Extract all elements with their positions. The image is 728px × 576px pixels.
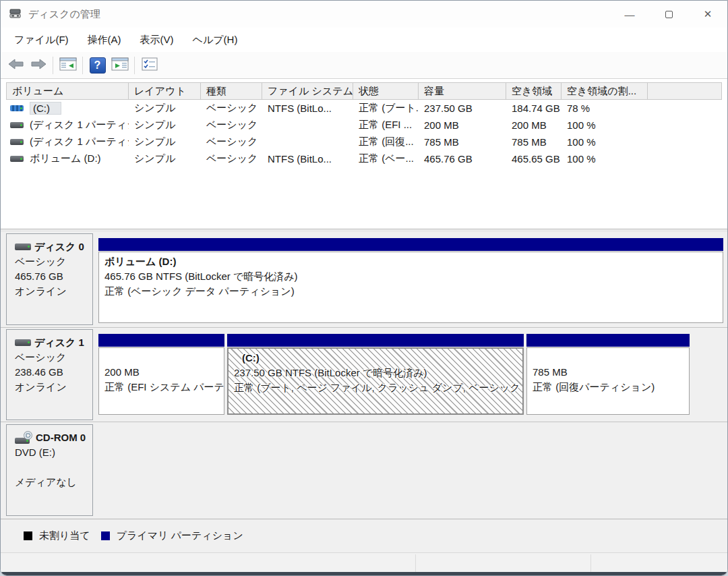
cell-freepct: 100 % — [562, 119, 648, 131]
window-title: ディスクの管理 — [28, 8, 100, 21]
partition-size-line: 200 MB — [104, 365, 218, 380]
disk-name: ディスク 1 — [34, 335, 84, 350]
volume-list: ボリューム レイアウト 種類 ファイル システム 状態 容量 空き領域 空き領域… — [1, 79, 727, 229]
cell-filesystem: NTFS (BitLo... — [262, 153, 353, 165]
cell-type: ベーシック — [201, 152, 262, 165]
legend-bar: 未割り当て プライマリ パーティション — [1, 519, 727, 552]
volume-drive-icon — [10, 122, 24, 128]
help-button[interactable]: ? — [86, 55, 109, 76]
disk-management-window: ディスクの管理 — ✕ ファイル(F) 操作(A) 表示(V) ヘルプ(H) — [0, 0, 728, 576]
disk1-efi-partition[interactable]: 200 MB 正常 (EFI システム パーテ — [98, 347, 224, 415]
status-bar-separator — [415, 554, 416, 572]
cdrom0-panel[interactable]: CD-ROM 0 DVD (E:) メディアなし — [6, 424, 93, 516]
disk1-recovery-partition[interactable]: 785 MB 正常 (回復パーティション) — [526, 347, 690, 415]
detail-pane-icon — [111, 57, 129, 73]
disk-row-separator — [1, 422, 727, 422]
disk0-volume-d[interactable]: ボリューム (D:) 465.76 GB NTFS (BitLocker で暗号… — [98, 252, 723, 323]
partition-title — [104, 350, 218, 365]
column-header-volume[interactable]: ボリューム — [6, 82, 129, 100]
cell-layout: シンプル — [129, 152, 201, 165]
menu-bar: ファイル(F) 操作(A) 表示(V) ヘルプ(H) — [1, 28, 727, 52]
cell-capacity: 465.76 GB — [419, 153, 506, 165]
volume-size-line: 465.76 GB NTFS (BitLocker で暗号化済み) — [104, 269, 717, 284]
toolbar-separator — [82, 57, 83, 74]
close-button[interactable]: ✕ — [688, 1, 727, 28]
disk1-partition3-strip — [526, 334, 690, 347]
menu-action[interactable]: 操作(A) — [88, 34, 121, 47]
volume-drive-icon — [10, 139, 24, 145]
properties-icon — [142, 57, 158, 73]
column-header-filler — [648, 82, 722, 100]
cell-status: 正常 (ベー... — [353, 152, 419, 165]
menu-help[interactable]: ヘルプ(H) — [193, 34, 238, 47]
disk-icon — [15, 243, 31, 250]
disk0-panel[interactable]: ディスク 0 ベーシック 465.76 GB オンライン — [6, 233, 93, 325]
menu-view[interactable]: 表示(V) — [140, 34, 174, 47]
legend-unallocated-label: 未割り当て — [39, 529, 90, 542]
volume-row-efi[interactable]: (ディスク 1 パーティシ... シンプル ベーシック 正常 (EFI ... … — [6, 117, 722, 134]
detail-pane-button[interactable] — [109, 55, 131, 76]
volume-row-c[interactable]: (C:) シンプル ベーシック NTFS (BitLo... 正常 (ブート..… — [6, 100, 722, 117]
column-header-freespace[interactable]: 空き領域 — [506, 82, 562, 100]
cell-status: 正常 (ブート... — [353, 102, 419, 115]
legend-primary-label: プライマリ パーティション — [117, 529, 243, 542]
cell-layout: シンプル — [129, 119, 201, 132]
disk-size: 238.46 GB — [15, 365, 92, 380]
column-header-capacity[interactable]: 容量 — [419, 82, 506, 100]
cell-capacity: 785 MB — [419, 136, 506, 148]
disk0-partition-strip — [98, 238, 723, 251]
cdrom-drive-letter: DVD (E:) — [15, 445, 92, 460]
menu-file[interactable]: ファイル(F) — [14, 34, 69, 47]
maximize-button[interactable] — [649, 1, 688, 28]
cell-freespace: 184.74 GB — [506, 103, 562, 114]
column-header-freepct[interactable]: 空き領域の割... — [562, 82, 648, 100]
maximize-icon — [665, 11, 673, 18]
column-header-type[interactable]: 種類 — [201, 82, 262, 100]
volume-name: (ディスク 1 パーティシ... — [30, 136, 129, 148]
minimize-button[interactable]: — — [610, 1, 649, 28]
status-bar-separator — [590, 554, 591, 572]
cell-status: 正常 (EFI ... — [353, 119, 419, 132]
back-arrow-icon — [8, 59, 24, 71]
toolbar: ? — [1, 52, 727, 79]
disk1-partition1-strip — [98, 334, 224, 347]
disk-name: ディスク 0 — [34, 239, 84, 254]
graphical-view: ディスク 0 ベーシック 465.76 GB オンライン ボリューム (D:) … — [1, 232, 727, 519]
partition-status-line: 正常 (ブート, ページ ファイル, クラッシュ ダンプ, ベーシック データ … — [234, 380, 517, 395]
toolbar-separator — [53, 57, 53, 74]
cell-capacity: 237.50 GB — [419, 103, 506, 114]
cell-freepct: 100 % — [562, 153, 648, 165]
volume-list-header: ボリューム レイアウト 種類 ファイル システム 状態 容量 空き領域 空き領域… — [6, 82, 722, 100]
disk-row-separator — [1, 327, 727, 328]
forward-button[interactable] — [27, 55, 49, 76]
cell-type: ベーシック — [201, 136, 262, 148]
cell-freespace: 785 MB — [506, 136, 562, 148]
volume-status-line: 正常 (ベーシック データ パーティション) — [104, 284, 717, 299]
console-tree-icon — [59, 57, 77, 73]
cell-freepct: 78 % — [562, 103, 648, 114]
console-tree-button[interactable] — [57, 55, 79, 76]
disk1-c-partition-selected[interactable]: (C:) 237.50 GB NTFS (BitLocker で暗号化済み) 正… — [227, 347, 524, 415]
window-bottom-edge — [1, 572, 727, 575]
properties-button[interactable] — [138, 55, 160, 76]
volume-row-recovery[interactable]: (ディスク 1 パーティシ... シンプル ベーシック 正常 (回復... 78… — [6, 134, 722, 150]
volume-drive-icon — [10, 156, 24, 162]
legend-primary-swatch — [101, 531, 110, 540]
disk1-panel[interactable]: ディスク 1 ベーシック 238.46 GB オンライン — [6, 329, 93, 420]
volume-row-d[interactable]: ボリューム (D:) シンプル ベーシック NTFS (BitLo... 正常 … — [6, 150, 722, 167]
partition-title: (C:) — [234, 351, 517, 366]
column-header-filesystem[interactable]: ファイル システム — [262, 82, 353, 100]
status-bar — [1, 552, 727, 573]
disk-kind: ベーシック — [15, 350, 92, 365]
back-button[interactable] — [5, 55, 27, 76]
partition-size-line: 237.50 GB NTFS (BitLocker で暗号化済み) — [234, 366, 517, 380]
close-icon: ✕ — [704, 8, 712, 20]
disk-icon — [15, 339, 31, 346]
app-icon — [9, 8, 22, 21]
cdrom-media-status: メディアなし — [15, 475, 92, 490]
disk1-partition2-strip — [227, 334, 524, 347]
column-header-layout[interactable]: レイアウト — [129, 82, 201, 100]
volume-name: (C:) — [30, 102, 61, 115]
cell-capacity: 200 MB — [419, 119, 506, 131]
column-header-status[interactable]: 状態 — [353, 82, 419, 100]
